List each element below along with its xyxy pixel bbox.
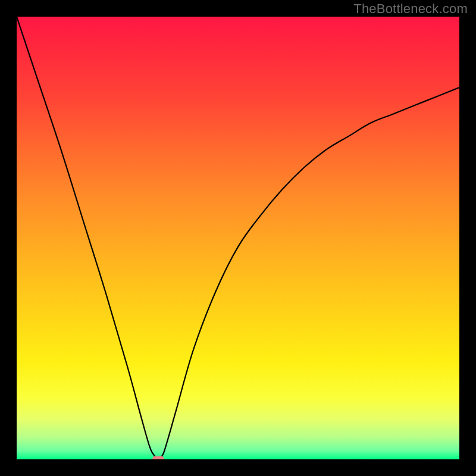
bottleneck-marker [152, 456, 164, 460]
curve-right-branch [158, 87, 459, 459]
curve-left-branch [17, 17, 158, 459]
chart-plot-area [17, 17, 459, 459]
chart-curve-svg [17, 17, 459, 459]
watermark-text: TheBottleneck.com [353, 1, 468, 17]
